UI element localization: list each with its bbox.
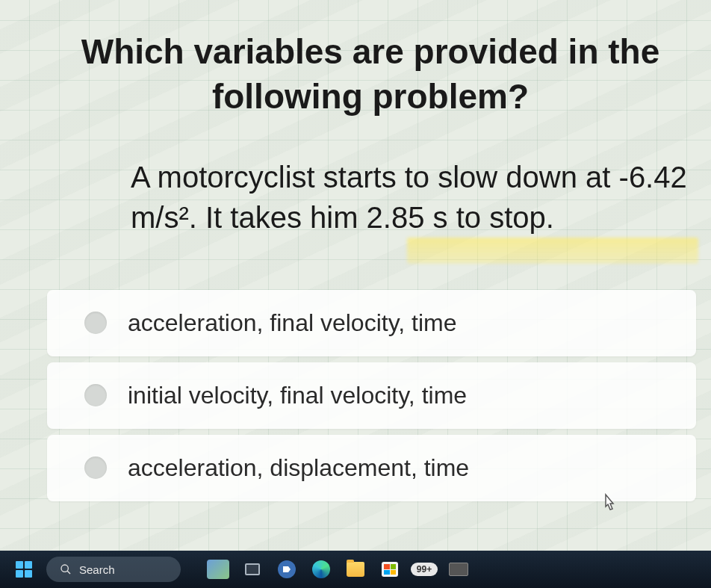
widgets-icon xyxy=(207,560,229,579)
question-body: A motorcyclist starts to slow down at -6… xyxy=(45,157,696,238)
option-label: acceleration, displacement, time xyxy=(128,454,469,482)
edge-icon xyxy=(312,560,330,578)
start-button[interactable] xyxy=(9,555,39,584)
store-icon xyxy=(382,562,398,577)
text-highlight xyxy=(407,238,698,264)
options-list: acceleration, final velocity, time initi… xyxy=(45,290,696,501)
option-1[interactable]: acceleration, final velocity, time xyxy=(47,290,696,356)
camera-icon xyxy=(278,560,296,578)
edge-button[interactable] xyxy=(306,555,336,584)
radio-icon xyxy=(84,312,107,334)
svg-line-1 xyxy=(67,571,70,574)
radio-icon xyxy=(84,457,107,479)
option-label: acceleration, final velocity, time xyxy=(128,309,456,337)
search-icon xyxy=(60,563,72,575)
app-button[interactable] xyxy=(444,555,474,584)
option-2[interactable]: initial velocity, final velocity, time xyxy=(47,362,696,429)
search-box[interactable]: Search xyxy=(46,557,181,582)
radio-icon xyxy=(84,384,107,406)
app-icon xyxy=(449,563,468,576)
desktop-icon xyxy=(245,563,260,575)
task-view-button[interactable] xyxy=(237,555,267,584)
option-3[interactable]: acceleration, displacement, time xyxy=(47,435,696,501)
option-label: initial velocity, final velocity, time xyxy=(128,382,467,409)
mail-button[interactable]: 99+ xyxy=(409,555,439,584)
search-placeholder: Search xyxy=(79,563,115,576)
windows-icon xyxy=(16,561,32,578)
taskbar: Search 99+ xyxy=(0,551,711,588)
question-title: Which variables are provided in the foll… xyxy=(45,30,696,120)
taskbar-icons: 99+ xyxy=(203,555,474,584)
ms-store-button[interactable] xyxy=(375,555,405,584)
notification-badge: 99+ xyxy=(411,563,438,576)
camera-app-button[interactable] xyxy=(272,555,302,584)
folder-icon xyxy=(347,562,364,577)
svg-point-0 xyxy=(61,565,68,572)
file-explorer-button[interactable] xyxy=(341,555,370,584)
widgets-button[interactable] xyxy=(203,555,233,584)
quiz-content: Which variables are provided in the foll… xyxy=(0,0,711,501)
pointer-cursor-icon xyxy=(600,493,618,519)
